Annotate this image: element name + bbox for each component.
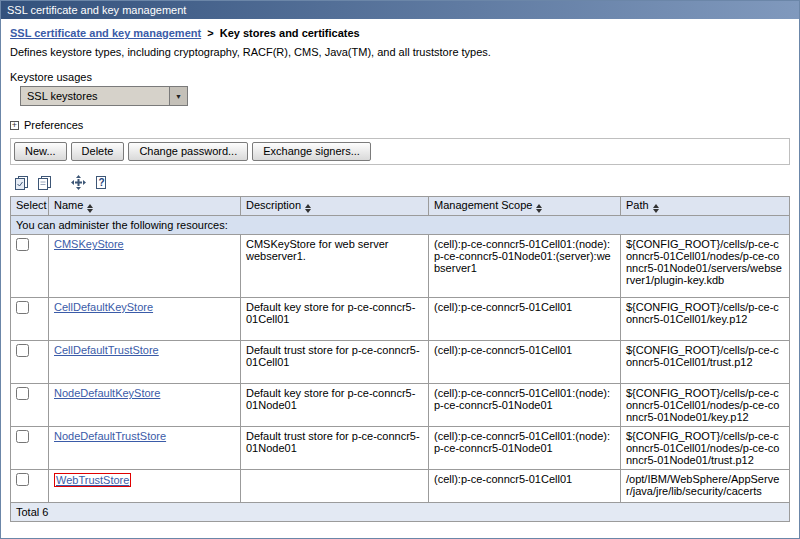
preferences-toggle[interactable]: + Preferences <box>10 119 790 131</box>
keystore-link-celldefaultkeystore[interactable]: CellDefaultKeyStore <box>54 301 153 313</box>
keystores-table: Select Name Description Management Scope… <box>10 196 790 522</box>
sort-name-icon[interactable] <box>87 204 93 213</box>
select-all-icon[interactable] <box>12 174 30 191</box>
row-checkbox[interactable] <box>16 344 29 357</box>
keystore-description <box>241 470 429 503</box>
column-label-description: Description <box>246 199 301 211</box>
table-toolbar: ? <box>12 172 790 192</box>
column-label-scope: Management Scope <box>434 199 532 211</box>
column-header-scope: Management Scope <box>429 197 621 216</box>
table-row-nodedefaultkeystore: NodeDefaultKeyStore Default key store fo… <box>11 384 790 427</box>
keystore-path: ${CONFIG_ROOT}/cells/p-ce-conncr5-01Cell… <box>621 235 790 298</box>
row-checkbox[interactable] <box>16 238 29 251</box>
change-password-button[interactable]: Change password... <box>128 142 248 161</box>
keystore-link-webtruststore[interactable]: WebTrustStore <box>54 473 131 487</box>
keystore-link-cmskeystore[interactable]: CMSKeyStore <box>54 238 124 250</box>
keystore-scope: (cell):p-ce-conncr5-01Cell01:(node):p-ce… <box>429 235 621 298</box>
keystore-link-nodedefaultkeystore[interactable]: NodeDefaultKeyStore <box>54 387 160 399</box>
dropdown-arrow-icon[interactable]: ▼ <box>169 87 187 105</box>
keystore-usages-section: Keystore usages SSL keystores ▼ <box>10 71 790 106</box>
table-row-cmskeystore: CMSKeyStore CMSKeyStore for web server w… <box>11 235 790 298</box>
row-checkbox[interactable] <box>16 473 29 486</box>
keystore-link-celldefaulttruststore[interactable]: CellDefaultTrustStore <box>54 344 159 356</box>
keystore-description: Default key store for p-ce-conncr5-01Nod… <box>241 384 429 427</box>
keystore-description: Default key store for p-ce-conncr5-01Cel… <box>241 298 429 341</box>
column-label-path: Path <box>626 199 649 211</box>
table-total-row: Total 6 <box>11 503 790 522</box>
admin-note-row: You can administer the following resourc… <box>11 216 790 235</box>
column-header-description: Description <box>241 197 429 216</box>
svg-text:?: ? <box>98 177 104 188</box>
keystore-scope: (cell):p-ce-conncr5-01Cell01 <box>429 341 621 384</box>
admin-note: You can administer the following resourc… <box>11 216 790 235</box>
keystore-description: Default trust store for p-ce-conncr5-01N… <box>241 427 429 470</box>
keystore-path: ${CONFIG_ROOT}/cells/p-ce-conncr5-01Cell… <box>621 427 790 470</box>
table-header-row: Select Name Description Management Scope… <box>11 197 790 216</box>
table-row-nodedefaulttruststore: NodeDefaultTrustStore Default trust stor… <box>11 427 790 470</box>
keystore-scope: (cell):p-ce-conncr5-01Cell01 <box>429 470 621 503</box>
breadcrumb-link-ssl-management[interactable]: SSL certificate and key management <box>10 27 201 39</box>
preferences-label: Preferences <box>24 119 83 131</box>
sort-description-icon[interactable] <box>305 204 311 213</box>
keystore-usages-label: Keystore usages <box>10 71 790 83</box>
breadcrumb-separator: > <box>207 27 213 39</box>
sort-scope-icon[interactable] <box>536 204 542 213</box>
keystore-path: ${CONFIG_ROOT}/cells/p-ce-conncr5-01Cell… <box>621 341 790 384</box>
deselect-all-icon[interactable] <box>35 174 53 191</box>
delete-button[interactable]: Delete <box>71 142 125 161</box>
expand-icon[interactable]: + <box>10 121 19 130</box>
column-header-path: Path <box>621 197 790 216</box>
keystore-description: CMSKeyStore for web server webserver1. <box>241 235 429 298</box>
new-button[interactable]: New... <box>14 142 67 161</box>
ssl-key-management-window: SSL certificate and key management SSL c… <box>0 0 800 539</box>
keystore-path: /opt/IBM/WebSphere/AppServer/java/jre/li… <box>621 470 790 503</box>
breadcrumb-current-page: Key stores and certificates <box>220 27 360 39</box>
action-button-bar: New... Delete Change password... Exchang… <box>10 138 790 165</box>
page-description: Defines keystore types, including crypto… <box>10 46 790 58</box>
keystore-usages-select[interactable]: SSL keystores ▼ <box>20 86 188 106</box>
help-icon[interactable]: ? <box>92 174 110 191</box>
show-filter-icon[interactable] <box>69 174 87 191</box>
table-row-celldefaultkeystore: CellDefaultKeyStore Default key store fo… <box>11 298 790 341</box>
table-row-webtruststore: WebTrustStore (cell):p-ce-conncr5-01Cell… <box>11 470 790 503</box>
keystore-scope: (cell):p-ce-conncr5-01Cell01:(node):p-ce… <box>429 384 621 427</box>
keystore-description: Default trust store for p-ce-conncr5-01C… <box>241 341 429 384</box>
column-header-name: Name <box>49 197 241 216</box>
column-header-select: Select <box>11 197 49 216</box>
title-bar: SSL certificate and key management <box>1 1 799 19</box>
window-title: SSL certificate and key management <box>7 4 186 16</box>
keystore-path: ${CONFIG_ROOT}/cells/p-ce-conncr5-01Cell… <box>621 384 790 427</box>
column-label-name: Name <box>54 199 83 211</box>
keystore-path: ${CONFIG_ROOT}/cells/p-ce-conncr5-01Cell… <box>621 298 790 341</box>
content-area: SSL certificate and key management > Key… <box>1 19 799 522</box>
keystore-scope: (cell):p-ce-conncr5-01Cell01 <box>429 298 621 341</box>
column-label-select: Select <box>16 199 47 211</box>
breadcrumb: SSL certificate and key management > Key… <box>10 27 790 39</box>
row-checkbox[interactable] <box>16 387 29 400</box>
keystore-usages-selected-value: SSL keystores <box>21 90 169 102</box>
total-count: Total 6 <box>11 503 790 522</box>
table-row-celldefaulttruststore: CellDefaultTrustStore Default trust stor… <box>11 341 790 384</box>
exchange-signers-button[interactable]: Exchange signers... <box>252 142 371 161</box>
row-checkbox[interactable] <box>16 430 29 443</box>
row-checkbox[interactable] <box>16 301 29 314</box>
keystore-scope: (cell):p-ce-conncr5-01Cell01:(node):p-ce… <box>429 427 621 470</box>
keystore-link-nodedefaulttruststore[interactable]: NodeDefaultTrustStore <box>54 430 166 442</box>
sort-path-icon[interactable] <box>653 204 659 213</box>
